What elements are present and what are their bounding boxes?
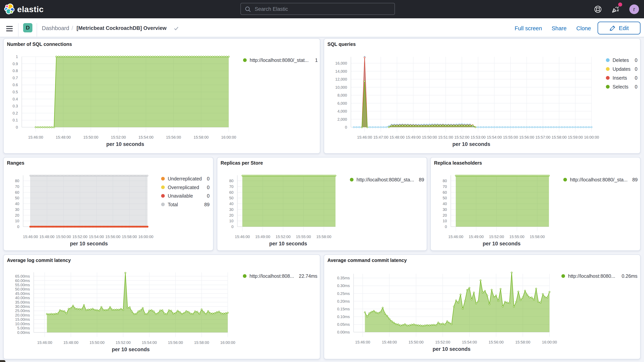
svg-text:0.25ms: 0.25ms [337, 292, 350, 296]
svg-text:per 10 seconds: per 10 seconds [112, 346, 150, 352]
svg-text:70: 70 [443, 184, 447, 189]
svg-text:15:52:00: 15:52:00 [72, 234, 88, 239]
svg-text:50: 50 [15, 196, 19, 200]
svg-text:15:56:00: 15:56:00 [488, 340, 504, 344]
svg-text:15:48:00: 15:48:00 [390, 135, 404, 139]
svg-text:15:53:00: 15:53:00 [471, 135, 486, 139]
svg-text:0: 0 [635, 58, 638, 63]
svg-text:0: 0 [207, 193, 210, 198]
svg-text:60: 60 [443, 190, 447, 194]
svg-text:15:48:00: 15:48:00 [382, 340, 397, 344]
svg-text:0.05ms: 0.05ms [337, 322, 350, 326]
svg-text:89: 89 [204, 202, 210, 207]
svg-text:0: 0 [635, 84, 638, 90]
svg-text:16:00:00: 16:00:00 [584, 135, 599, 139]
svg-text:15:52:00: 15:52:00 [116, 340, 131, 345]
svg-text:0.3: 0.3 [12, 104, 18, 108]
svg-text:55.00ms: 55.00ms [15, 283, 30, 287]
svg-text:15:50:00: 15:50:00 [422, 135, 437, 139]
svg-text:16:00:00: 16:00:00 [138, 234, 154, 239]
svg-text:0.4: 0.4 [12, 97, 18, 101]
svg-text:15:58:00: 15:58:00 [194, 135, 209, 139]
svg-text:15:49:00: 15:49:00 [469, 234, 484, 239]
svg-text:15:58:00: 15:58:00 [122, 234, 137, 239]
svg-text:2,000: 2,000 [338, 117, 347, 122]
svg-text:40: 40 [15, 202, 19, 206]
svg-text:Deletes: Deletes [612, 58, 629, 63]
svg-text:http://localhost:8080/_stat...: http://localhost:8080/_stat... [250, 58, 309, 63]
svg-text:40.00ms: 40.00ms [15, 296, 30, 300]
svg-text:35.00ms: 35.00ms [15, 300, 30, 304]
svg-text:12,000: 12,000 [335, 77, 347, 81]
svg-text:15:48:00: 15:48:00 [56, 135, 71, 139]
svg-text:15:55:00: 15:55:00 [296, 234, 311, 239]
svg-text:SQL queries: SQL queries [328, 42, 356, 47]
svg-text:15:52:00: 15:52:00 [276, 234, 290, 239]
svg-text:15:54:00: 15:54:00 [487, 135, 502, 139]
svg-text:15:58:00: 15:58:00 [316, 234, 331, 239]
svg-text:15:56:00: 15:56:00 [168, 340, 183, 345]
svg-text:15:55:00: 15:55:00 [510, 234, 524, 239]
svg-text:per 10 seconds: per 10 seconds [106, 141, 144, 147]
svg-text:20: 20 [229, 213, 234, 218]
svg-text:15:49:00: 15:49:00 [255, 234, 270, 239]
svg-text:15:54:00: 15:54:00 [138, 135, 154, 139]
svg-text:50: 50 [443, 196, 447, 200]
svg-text:40: 40 [443, 202, 447, 206]
svg-text:25.00ms: 25.00ms [15, 308, 30, 313]
svg-text:15:46:00: 15:46:00 [37, 340, 52, 345]
svg-text:0.2: 0.2 [12, 111, 18, 115]
svg-text:15:58:00: 15:58:00 [515, 340, 530, 344]
svg-text:70: 70 [229, 184, 234, 189]
svg-text:0: 0 [635, 75, 638, 80]
svg-text:16:00:00: 16:00:00 [220, 340, 235, 345]
svg-text:15:56:00: 15:56:00 [166, 135, 181, 139]
svg-text:5.00ms: 5.00ms [17, 326, 30, 330]
svg-text:15:48:00: 15:48:00 [40, 234, 54, 239]
svg-text:15:58:00: 15:58:00 [552, 135, 567, 139]
svg-text:15:52:00: 15:52:00 [454, 135, 469, 139]
svg-text:15:55:00: 15:55:00 [503, 135, 518, 139]
svg-text:15:59:00: 15:59:00 [568, 135, 583, 139]
svg-text:30: 30 [15, 208, 19, 212]
svg-text:10: 10 [443, 219, 447, 223]
svg-text:4,000: 4,000 [338, 109, 347, 113]
svg-text:Overreplicated: Overreplicated [168, 185, 199, 190]
svg-text:15:46:00: 15:46:00 [28, 135, 43, 139]
svg-text:Ranges: Ranges [7, 160, 24, 166]
svg-text:10: 10 [229, 219, 234, 223]
svg-text:per 10 seconds: per 10 seconds [433, 346, 471, 352]
svg-text:Average command commit latency: Average command commit latency [328, 258, 407, 263]
svg-text:Replica leaseholders: Replica leaseholders [434, 160, 482, 166]
svg-text:15:50:00: 15:50:00 [408, 340, 424, 344]
svg-text:15:52:00: 15:52:00 [435, 340, 450, 344]
svg-text:14,000: 14,000 [335, 69, 347, 74]
svg-text:15:56:00: 15:56:00 [519, 135, 534, 139]
svg-text:15:52:00: 15:52:00 [111, 135, 126, 139]
svg-text:0.30ms: 0.30ms [337, 284, 350, 288]
svg-text:15:56:00: 15:56:00 [106, 234, 120, 239]
svg-text:15:54:00: 15:54:00 [142, 340, 157, 345]
svg-text:16:00:00: 16:00:00 [542, 340, 557, 344]
svg-text:30: 30 [229, 208, 234, 212]
svg-text:15:50:00: 15:50:00 [90, 340, 104, 345]
svg-text:http://localhost:8080/_sta...: http://localhost:8080/_sta... [570, 177, 628, 182]
svg-text:0.26ms: 0.26ms [622, 273, 638, 279]
svg-text:0: 0 [16, 125, 18, 129]
svg-text:0.5: 0.5 [12, 90, 18, 94]
svg-text:0.35ms: 0.35ms [337, 276, 350, 280]
svg-text:60: 60 [15, 190, 19, 194]
svg-text:15:57:00: 15:57:00 [536, 135, 550, 139]
svg-text:Updates: Updates [612, 66, 630, 72]
svg-text:0.10ms: 0.10ms [337, 314, 350, 319]
svg-text:15:47:00: 15:47:00 [373, 135, 388, 139]
svg-text:65.00ms: 65.00ms [15, 274, 30, 278]
svg-text:15:54:00: 15:54:00 [462, 340, 477, 344]
svg-text:Selects: Selects [612, 84, 628, 90]
svg-text:Replicas per Store: Replicas per Store [220, 160, 263, 166]
svg-text:22.74ms: 22.74ms [299, 273, 317, 279]
svg-text:per 10 seconds: per 10 seconds [269, 241, 307, 246]
svg-text:10.00ms: 10.00ms [15, 322, 30, 326]
svg-text:16,000: 16,000 [335, 61, 347, 65]
svg-text:0.6: 0.6 [12, 83, 18, 87]
